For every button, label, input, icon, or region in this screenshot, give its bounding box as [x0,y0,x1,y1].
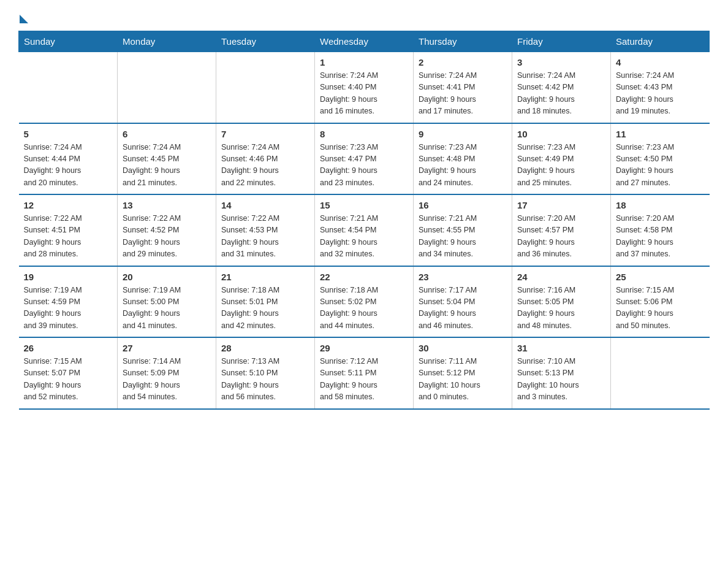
day-info: Sunrise: 7:20 AM Sunset: 4:57 PM Dayligh… [517,213,605,261]
calendar-cell: 31Sunrise: 7:10 AM Sunset: 5:13 PM Dayli… [512,337,611,409]
calendar-cell: 26Sunrise: 7:15 AM Sunset: 5:07 PM Dayli… [19,337,118,409]
calendar-cell: 22Sunrise: 7:18 AM Sunset: 5:02 PM Dayli… [315,266,414,338]
calendar-cell: 6Sunrise: 7:24 AM Sunset: 4:45 PM Daylig… [118,123,216,195]
day-number: 11 [616,129,705,139]
weekday-header-wednesday: Wednesday [315,31,414,52]
day-number: 5 [24,129,113,139]
calendar-cell [611,337,710,409]
day-number: 14 [221,200,309,210]
logo [18,12,28,21]
calendar-cell: 7Sunrise: 7:24 AM Sunset: 4:46 PM Daylig… [216,123,315,195]
day-number: 24 [517,272,605,282]
day-number: 26 [24,343,113,353]
day-number: 25 [616,272,705,282]
day-number: 18 [616,200,705,210]
calendar-cell [216,52,315,123]
day-number: 21 [221,272,309,282]
day-info: Sunrise: 7:18 AM Sunset: 5:01 PM Dayligh… [221,285,309,332]
calendar-cell: 17Sunrise: 7:20 AM Sunset: 4:57 PM Dayli… [512,194,611,266]
day-info: Sunrise: 7:19 AM Sunset: 5:00 PM Dayligh… [123,285,211,332]
calendar-cell: 19Sunrise: 7:19 AM Sunset: 4:59 PM Dayli… [19,266,118,338]
calendar-cell: 4Sunrise: 7:24 AM Sunset: 4:43 PM Daylig… [611,52,710,123]
weekday-header-friday: Friday [512,31,611,52]
calendar-table: SundayMondayTuesdayWednesdayThursdayFrid… [18,31,710,410]
calendar-cell [118,52,216,123]
calendar-cell [19,52,118,123]
calendar-cell: 5Sunrise: 7:24 AM Sunset: 4:44 PM Daylig… [19,123,118,195]
page-header [18,12,710,21]
weekday-header-saturday: Saturday [611,31,710,52]
calendar-cell: 8Sunrise: 7:23 AM Sunset: 4:47 PM Daylig… [315,123,414,195]
day-number: 3 [517,57,605,67]
calendar-cell: 13Sunrise: 7:22 AM Sunset: 4:52 PM Dayli… [118,194,216,266]
day-info: Sunrise: 7:12 AM Sunset: 5:11 PM Dayligh… [320,356,408,404]
day-info: Sunrise: 7:24 AM Sunset: 4:41 PM Dayligh… [419,70,507,118]
calendar-cell: 14Sunrise: 7:22 AM Sunset: 4:53 PM Dayli… [216,194,315,266]
day-info: Sunrise: 7:17 AM Sunset: 5:04 PM Dayligh… [419,285,507,332]
day-number: 27 [123,343,211,353]
calendar-week-5: 26Sunrise: 7:15 AM Sunset: 5:07 PM Dayli… [19,337,710,409]
day-number: 6 [123,129,211,139]
day-number: 10 [517,129,605,139]
day-number: 28 [221,343,309,353]
logo-triangle-icon [20,15,28,23]
day-info: Sunrise: 7:15 AM Sunset: 5:07 PM Dayligh… [24,356,113,404]
calendar-cell: 24Sunrise: 7:16 AM Sunset: 5:05 PM Dayli… [512,266,611,338]
day-info: Sunrise: 7:23 AM Sunset: 4:48 PM Dayligh… [419,142,507,190]
calendar-cell: 11Sunrise: 7:23 AM Sunset: 4:50 PM Dayli… [611,123,710,195]
calendar-cell: 20Sunrise: 7:19 AM Sunset: 5:00 PM Dayli… [118,266,216,338]
day-info: Sunrise: 7:21 AM Sunset: 4:55 PM Dayligh… [419,213,507,261]
calendar-cell: 12Sunrise: 7:22 AM Sunset: 4:51 PM Dayli… [19,194,118,266]
day-number: 20 [123,272,211,282]
day-info: Sunrise: 7:24 AM Sunset: 4:43 PM Dayligh… [616,70,705,118]
day-info: Sunrise: 7:23 AM Sunset: 4:50 PM Dayligh… [616,142,705,190]
calendar-cell: 9Sunrise: 7:23 AM Sunset: 4:48 PM Daylig… [414,123,512,195]
day-info: Sunrise: 7:23 AM Sunset: 4:49 PM Dayligh… [517,142,605,190]
day-number: 22 [320,272,408,282]
day-number: 17 [517,200,605,210]
day-info: Sunrise: 7:15 AM Sunset: 5:06 PM Dayligh… [616,285,705,332]
calendar-cell: 23Sunrise: 7:17 AM Sunset: 5:04 PM Dayli… [414,266,512,338]
day-info: Sunrise: 7:24 AM Sunset: 4:42 PM Dayligh… [517,70,605,118]
day-number: 4 [616,57,705,67]
day-info: Sunrise: 7:24 AM Sunset: 4:40 PM Dayligh… [320,70,408,118]
day-number: 2 [419,57,507,67]
calendar-week-2: 5Sunrise: 7:24 AM Sunset: 4:44 PM Daylig… [19,123,710,195]
day-number: 30 [419,343,507,353]
calendar-cell: 25Sunrise: 7:15 AM Sunset: 5:06 PM Dayli… [611,266,710,338]
day-info: Sunrise: 7:24 AM Sunset: 4:46 PM Dayligh… [221,142,309,190]
calendar-cell: 18Sunrise: 7:20 AM Sunset: 4:58 PM Dayli… [611,194,710,266]
day-info: Sunrise: 7:24 AM Sunset: 4:45 PM Dayligh… [123,142,211,190]
day-number: 13 [123,200,211,210]
day-info: Sunrise: 7:22 AM Sunset: 4:51 PM Dayligh… [24,213,113,261]
day-number: 12 [24,200,113,210]
day-info: Sunrise: 7:13 AM Sunset: 5:10 PM Dayligh… [221,356,309,404]
day-info: Sunrise: 7:10 AM Sunset: 5:13 PM Dayligh… [517,356,605,404]
day-number: 29 [320,343,408,353]
day-info: Sunrise: 7:11 AM Sunset: 5:12 PM Dayligh… [419,356,507,404]
calendar-week-3: 12Sunrise: 7:22 AM Sunset: 4:51 PM Dayli… [19,194,710,266]
calendar-cell: 16Sunrise: 7:21 AM Sunset: 4:55 PM Dayli… [414,194,512,266]
calendar-cell: 21Sunrise: 7:18 AM Sunset: 5:01 PM Dayli… [216,266,315,338]
day-info: Sunrise: 7:22 AM Sunset: 4:52 PM Dayligh… [123,213,211,261]
calendar-header-row: SundayMondayTuesdayWednesdayThursdayFrid… [19,31,710,52]
day-info: Sunrise: 7:20 AM Sunset: 4:58 PM Dayligh… [616,213,705,261]
calendar-cell: 28Sunrise: 7:13 AM Sunset: 5:10 PM Dayli… [216,337,315,409]
calendar-cell: 29Sunrise: 7:12 AM Sunset: 5:11 PM Dayli… [315,337,414,409]
calendar-cell: 30Sunrise: 7:11 AM Sunset: 5:12 PM Dayli… [414,337,512,409]
day-number: 19 [24,272,113,282]
day-number: 1 [320,57,408,67]
day-info: Sunrise: 7:16 AM Sunset: 5:05 PM Dayligh… [517,285,605,332]
day-number: 23 [419,272,507,282]
weekday-header-tuesday: Tuesday [216,31,315,52]
day-number: 8 [320,129,408,139]
day-number: 9 [419,129,507,139]
day-number: 15 [320,200,408,210]
day-number: 16 [419,200,507,210]
day-info: Sunrise: 7:22 AM Sunset: 4:53 PM Dayligh… [221,213,309,261]
day-info: Sunrise: 7:14 AM Sunset: 5:09 PM Dayligh… [123,356,211,404]
calendar-cell: 2Sunrise: 7:24 AM Sunset: 4:41 PM Daylig… [414,52,512,123]
day-info: Sunrise: 7:24 AM Sunset: 4:44 PM Dayligh… [24,142,113,190]
weekday-header-monday: Monday [118,31,216,52]
calendar-cell: 3Sunrise: 7:24 AM Sunset: 4:42 PM Daylig… [512,52,611,123]
